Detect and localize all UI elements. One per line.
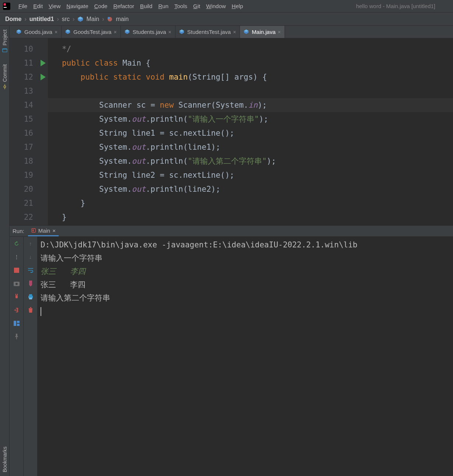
window-title: hello word - Main.java [untitled1] [356,3,435,9]
svg-point-6 [108,17,110,19]
run-toolbar-left: ⋮ [10,237,24,476]
close-icon[interactable]: × [114,29,116,35]
left-rail: Project Commit Bookmarks [0,26,10,476]
java-file-icon [16,29,22,35]
menu-run[interactable]: Run [155,1,171,11]
app-logo-icon [3,3,10,10]
java-file-icon [125,29,130,35]
close-icon[interactable]: × [55,29,58,35]
menu-edit[interactable]: Edit [30,1,46,11]
rerun-icon[interactable] [13,240,21,248]
svg-rect-31 [17,321,20,323]
editor-tabs: Goods.java×GoodsTest.java×Students.java×… [10,26,453,38]
svg-rect-36 [29,298,32,299]
trash-icon[interactable] [27,306,35,314]
run-toolbar-right: ↑ ↓ [24,237,38,476]
run-label: Run: [13,228,24,234]
close-icon[interactable]: × [52,227,56,234]
run-config-icon [31,228,36,233]
breadcrumb-item[interactable]: untitled1 [29,16,54,22]
java-file-icon [65,29,71,35]
menu-tools[interactable]: Tools [171,1,190,11]
run-gutter-icon[interactable] [41,60,46,66]
editor-tab[interactable]: GoodsTest.java× [62,26,121,38]
svg-point-9 [4,86,6,87]
java-file-icon [179,29,185,35]
down-arrow-icon[interactable]: ↓ [27,253,35,261]
print-icon[interactable] [27,293,35,301]
svg-rect-27 [15,295,18,298]
run-tab[interactable]: Main × [28,226,59,236]
class-icon [77,16,83,22]
editor-tab[interactable]: StudentsTest.java× [175,26,240,38]
breadcrumb: Dome › untitled1 › src › Main › main [0,13,453,26]
scroll-to-end-icon[interactable] [27,279,35,288]
menu-build[interactable]: Build [137,1,155,11]
svg-rect-35 [29,294,32,296]
svg-rect-8 [2,49,7,49]
menu-refactor[interactable]: Refactor [110,1,137,11]
breadcrumb-item[interactable]: main [116,16,129,22]
close-icon[interactable]: × [233,29,236,35]
menu-git[interactable]: Git [190,1,203,11]
code-editor[interactable]: 10111213141516171819202122 */ public cla… [10,38,453,225]
svg-rect-1 [4,3,6,6]
close-icon[interactable]: × [278,29,281,35]
svg-point-26 [15,283,18,285]
svg-rect-24 [14,268,19,273]
breadcrumb-root[interactable]: Dome [5,16,21,22]
more-icon[interactable]: ⋮ [13,253,21,261]
editor-tab[interactable]: Main.java× [240,26,285,38]
stop-icon[interactable] [13,266,21,274]
tool-window-project[interactable]: Project [2,29,8,53]
tool-window-commit[interactable]: Commit [2,64,8,89]
camera-icon[interactable] [13,279,21,288]
menu-window[interactable]: Window [203,1,229,11]
editor-tab[interactable]: Students.java× [121,26,175,38]
svg-rect-2 [4,7,7,8]
menu-help[interactable]: Help [229,1,246,11]
method-icon [107,16,113,22]
soft-wrap-icon[interactable] [27,266,35,274]
tool-window-bookmarks[interactable]: Bookmarks [2,447,8,472]
breadcrumb-item[interactable]: src [62,16,70,22]
gutter[interactable]: 10111213141516171819202122 [10,38,48,225]
run-gutter-icon[interactable] [41,74,46,80]
svg-rect-23 [32,229,34,231]
menu-view[interactable]: View [46,1,63,11]
code-area[interactable]: */ public class Main { public static voi… [48,38,453,225]
console-output[interactable]: D:\JDK\jdk17\bin\java.exe -javaagent:E:\… [38,237,453,476]
java-file-icon [244,29,250,35]
close-icon[interactable]: × [168,29,171,35]
editor-tab[interactable]: Goods.java× [13,26,62,38]
up-arrow-icon[interactable]: ↑ [27,240,35,248]
plug-icon[interactable] [13,293,21,301]
layout-icon[interactable] [13,319,21,327]
run-panel: Run: Main × ⋮ [10,225,453,476]
menu-navigate[interactable]: Navigate [63,1,91,11]
menubar: FileEditViewNavigateCodeRefactorBuildRun… [0,0,453,13]
menu-file[interactable]: File [15,1,30,11]
svg-rect-33 [29,281,32,285]
pin-icon[interactable] [13,333,21,341]
menu-code[interactable]: Code [91,1,111,11]
exit-icon[interactable] [13,306,21,314]
breadcrumb-item[interactable]: Main [86,16,99,22]
svg-rect-30 [14,321,16,326]
svg-rect-32 [17,324,20,326]
